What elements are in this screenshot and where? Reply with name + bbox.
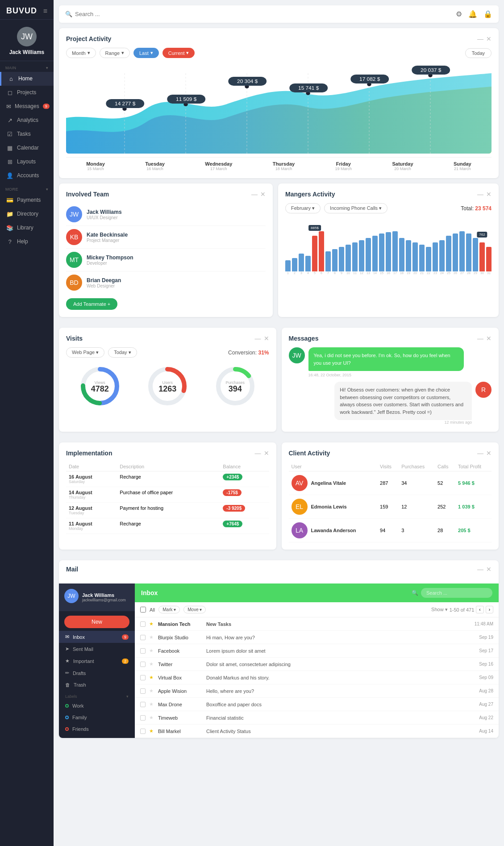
notifications-icon[interactable]: 🔔: [468, 10, 477, 18]
mail-label-family[interactable]: Family: [59, 712, 135, 723]
mail-label-friends[interactable]: Friends: [59, 723, 135, 735]
purchases-donut-center: Purchases 394: [225, 380, 245, 394]
sidebar-item-calendar[interactable]: ▦ Calendar: [0, 141, 54, 155]
email-subject[interactable]: Lorem ipsum dolor sit amet: [206, 648, 475, 654]
sidebar-item-tasks[interactable]: ☑ Tasks: [0, 127, 54, 141]
panel-actions: — ✕: [255, 335, 269, 342]
sidebar-item-accounts[interactable]: 👤 Accounts: [0, 169, 54, 183]
mark-button[interactable]: Mark ▾: [158, 606, 180, 613]
email-checkbox[interactable]: [140, 729, 146, 734]
settings-icon[interactable]: ⚙: [456, 10, 462, 18]
email-subject[interactable]: Dolor sit amet, consectetuer adipiscing: [206, 662, 475, 667]
range-filter[interactable]: Range ▾: [100, 48, 130, 58]
sidebar-item-help[interactable]: ? Help: [0, 235, 54, 249]
nav-label: Home: [18, 75, 33, 82]
add-teammate-button[interactable]: Add Teammate +: [66, 298, 117, 310]
select-all-checkbox[interactable]: [140, 607, 146, 613]
hamburger-icon[interactable]: ≡: [43, 7, 47, 15]
email-checkbox[interactable]: [140, 635, 146, 640]
sidebar-item-directory[interactable]: 📁 Directory: [0, 207, 54, 221]
move-button[interactable]: Move ▾: [183, 606, 206, 613]
email-checkbox[interactable]: [140, 621, 146, 627]
sidebar-item-messages[interactable]: ✉ Messages 9: [0, 100, 54, 113]
prev-page-button[interactable]: ‹: [476, 606, 483, 613]
email-checkbox[interactable]: [140, 675, 146, 680]
team-member-brian: BD Brian Deegan Web Designer: [66, 271, 266, 294]
sidebar-item-analytics[interactable]: ↗ Analytics: [0, 113, 54, 127]
star-icon[interactable]: ★: [149, 701, 154, 707]
close-icon[interactable]: ✕: [486, 35, 492, 42]
messages-panel-title: Messages: [289, 335, 319, 342]
minimize-icon[interactable]: —: [477, 335, 483, 342]
email-checkbox[interactable]: [140, 715, 146, 721]
close-icon[interactable]: ✕: [486, 191, 492, 198]
month-filter[interactable]: Month ▾: [66, 48, 96, 58]
sidebar-item-library[interactable]: 📚 Library: [0, 221, 54, 235]
close-icon[interactable]: ✕: [260, 191, 266, 198]
star-icon[interactable]: ★: [149, 715, 154, 721]
minimize-icon[interactable]: —: [255, 335, 261, 342]
mail-nav-sent[interactable]: ➤ Sent Mail: [59, 643, 135, 655]
layouts-icon: ⊞: [6, 158, 13, 165]
minimize-icon[interactable]: —: [255, 450, 261, 457]
sidebar-item-projects[interactable]: ◻ Projects: [0, 86, 54, 100]
sidebar-item-layouts[interactable]: ⊞ Layouts: [0, 155, 54, 169]
mail-new-button[interactable]: New: [64, 616, 129, 628]
minimize-icon[interactable]: —: [477, 191, 483, 198]
star-icon[interactable]: ★: [149, 688, 154, 694]
sidebar-item-home[interactable]: ⌂ Home: [0, 72, 54, 86]
mail-nav-inbox[interactable]: ✉ Inbox 9: [59, 631, 135, 643]
close-icon[interactable]: ✕: [486, 566, 492, 573]
minimize-icon[interactable]: —: [251, 191, 258, 198]
chart-day-wednesday: Wednesday 17 March: [205, 161, 232, 171]
mail-nav-drafts[interactable]: ✏ Drafts: [59, 667, 135, 679]
implementation-title: Implementation: [66, 450, 112, 457]
period-filter[interactable]: Today ▾: [108, 347, 137, 358]
search-input[interactable]: [75, 11, 164, 17]
avatar: JW: [17, 27, 37, 46]
close-icon[interactable]: ✕: [264, 450, 269, 457]
sidebar-item-payments[interactable]: 💳 Payments: [0, 193, 54, 207]
star-icon[interactable]: ★: [149, 675, 154, 680]
today-button[interactable]: Today: [465, 48, 492, 58]
bar-item: [319, 231, 324, 271]
panel-actions: — ✕: [477, 191, 492, 198]
star-icon[interactable]: ★: [149, 621, 154, 627]
next-page-button[interactable]: ›: [486, 606, 493, 613]
page-filter[interactable]: Web Page ▾: [66, 347, 104, 358]
mail-toolbar: Inbox 🔍: [135, 583, 499, 602]
star-icon[interactable]: ★: [149, 728, 154, 734]
mail-search-input[interactable]: [421, 588, 492, 598]
email-subject[interactable]: Hi man, How are you?: [206, 635, 475, 640]
email-subject[interactable]: Hello, where are you?: [206, 688, 475, 694]
email-checkbox[interactable]: [140, 702, 146, 707]
current-filter[interactable]: Current ▾: [162, 48, 195, 58]
close-icon[interactable]: ✕: [264, 335, 269, 342]
mail-nav-trash[interactable]: 🗑 Trash: [59, 679, 135, 691]
email-checkbox[interactable]: [140, 648, 146, 654]
last-filter[interactable]: Last ▾: [133, 48, 159, 58]
close-icon[interactable]: ✕: [486, 335, 492, 342]
close-icon[interactable]: ✕: [486, 450, 492, 457]
type-select[interactable]: Incoming Phone Calls ▾: [324, 203, 387, 213]
minimize-icon[interactable]: —: [477, 450, 483, 457]
minimize-icon[interactable]: —: [477, 566, 483, 573]
mail-nav-important[interactable]: ★ Important 2: [59, 655, 135, 667]
minimize-icon[interactable]: —: [477, 35, 483, 42]
mail-label-work[interactable]: Work: [59, 700, 135, 712]
month-select[interactable]: February ▾: [285, 203, 321, 213]
email-checkbox[interactable]: [140, 662, 146, 667]
star-icon[interactable]: ★: [149, 661, 154, 667]
lock-icon[interactable]: 🔒: [483, 10, 492, 18]
email-subject[interactable]: New Tasks: [206, 621, 471, 627]
svg-text:14 277 $: 14 277 $: [115, 101, 135, 106]
star-icon[interactable]: ★: [149, 634, 154, 640]
email-checkbox[interactable]: [140, 688, 146, 694]
email-subject[interactable]: Client Activity Status: [206, 729, 475, 734]
star-icon[interactable]: ★: [149, 648, 154, 654]
email-subject[interactable]: Financial statistic: [206, 715, 475, 721]
managers-activity-panel: Mangers Activity — ✕ February ▾ Incoming…: [278, 183, 499, 317]
email-subject[interactable]: Donald Markus and his story.: [206, 675, 475, 680]
bar-item: [379, 233, 384, 271]
email-subject[interactable]: Boxoffice and paper docs: [206, 702, 475, 707]
